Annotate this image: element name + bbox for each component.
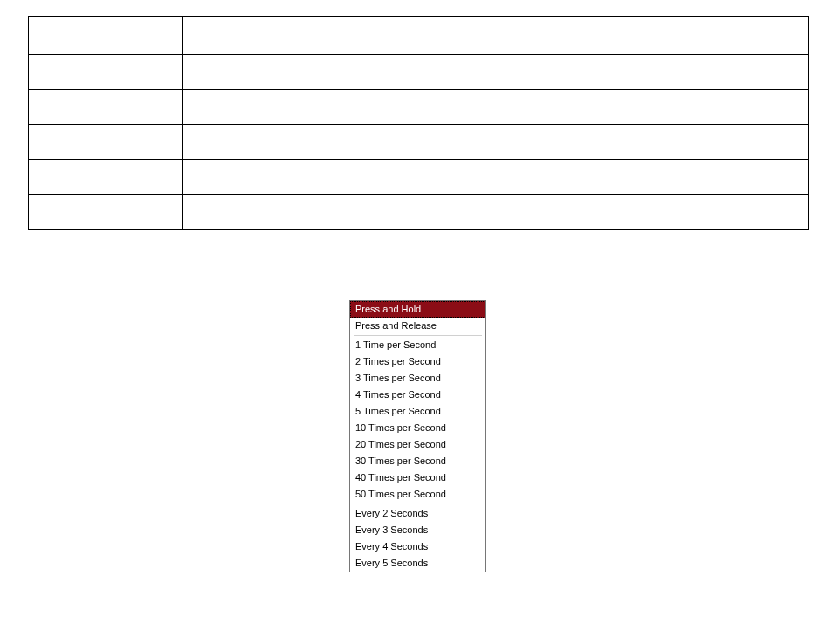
dropdown-item[interactable]: 30 Times per Second	[350, 453, 485, 469]
table-row	[29, 90, 809, 125]
dropdown-separator	[354, 504, 482, 504]
table-cell	[183, 125, 809, 160]
dropdown-item[interactable]: Every 4 Seconds	[350, 538, 485, 555]
dropdown-item[interactable]: Every 5 Seconds	[350, 555, 485, 572]
table-row	[29, 160, 809, 195]
table-row	[29, 125, 809, 160]
dropdown-item[interactable]: Press and Hold	[350, 301, 485, 318]
table-cell	[183, 90, 809, 125]
table-cell	[29, 90, 183, 125]
dropdown-item[interactable]: 2 Times per Second	[350, 353, 485, 370]
dropdown-item[interactable]: 20 Times per Second	[350, 436, 485, 453]
dropdown-item[interactable]: Every 3 Seconds	[350, 522, 485, 538]
table-row	[29, 17, 809, 55]
dropdown-item[interactable]: 5 Times per Second	[350, 403, 485, 420]
dropdown-item[interactable]: 1 Time per Second	[350, 337, 485, 353]
table-cell	[29, 160, 183, 195]
dropdown-item[interactable]: 10 Times per Second	[350, 420, 485, 436]
table-cell	[183, 17, 809, 55]
repeat-rate-dropdown[interactable]: Press and HoldPress and Release1 Time pe…	[349, 300, 486, 572]
dropdown-item[interactable]: 50 Times per Second	[350, 486, 485, 503]
dropdown-item[interactable]: 3 Times per Second	[350, 370, 485, 387]
dropdown-item[interactable]: 40 Times per Second	[350, 469, 485, 486]
table-cell	[183, 195, 809, 230]
dropdown-item[interactable]: Every 2 Seconds	[350, 505, 485, 522]
table-cell	[183, 160, 809, 195]
table-cell	[29, 17, 183, 55]
table-cell	[29, 125, 183, 160]
settings-table	[28, 16, 809, 230]
dropdown-separator	[354, 335, 482, 336]
table-row	[29, 195, 809, 230]
table-cell	[29, 55, 183, 90]
dropdown-item[interactable]: 4 Times per Second	[350, 387, 485, 403]
table-row	[29, 55, 809, 90]
dropdown-item[interactable]: Press and Release	[350, 318, 485, 334]
table	[28, 16, 809, 230]
table-cell	[183, 55, 809, 90]
table-cell	[29, 195, 183, 230]
